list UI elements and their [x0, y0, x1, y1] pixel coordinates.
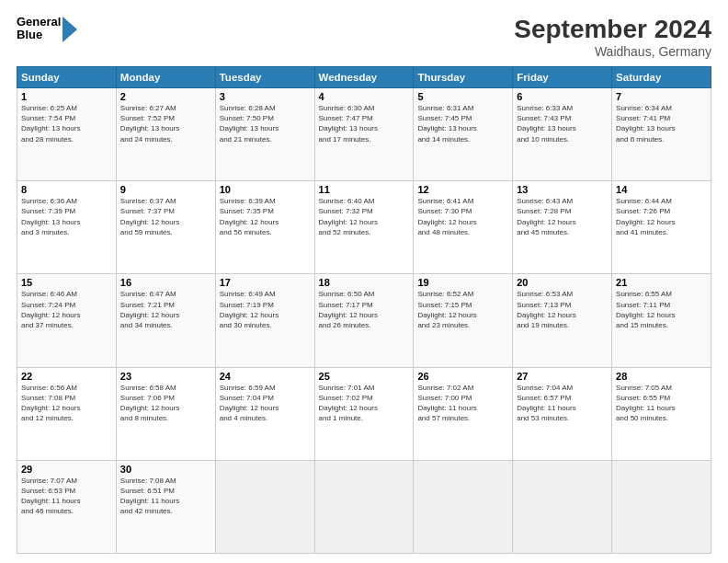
day-number: 11	[319, 184, 410, 195]
day-info: Sunrise: 7:01 AMSunset: 7:02 PMDaylight:…	[319, 383, 410, 424]
day-info: Sunrise: 6:43 AMSunset: 7:28 PMDaylight:…	[517, 196, 608, 237]
table-row: 20Sunrise: 6:53 AMSunset: 7:13 PMDayligh…	[513, 274, 612, 367]
calendar-header-row: Sunday Monday Tuesday Wednesday Thursday…	[17, 67, 711, 88]
table-row: 27Sunrise: 7:04 AMSunset: 6:57 PMDayligh…	[513, 367, 612, 460]
page-subtitle: Waidhaus, Germany	[514, 44, 711, 59]
day-info: Sunrise: 6:50 AMSunset: 7:17 PMDaylight:…	[319, 289, 410, 330]
table-row: 3Sunrise: 6:28 AMSunset: 7:50 PMDaylight…	[215, 88, 314, 181]
logo-line1: General	[17, 16, 61, 29]
day-number: 23	[120, 371, 211, 382]
table-row	[314, 460, 414, 553]
day-number: 14	[616, 184, 707, 195]
table-row: 14Sunrise: 6:44 AMSunset: 7:26 PMDayligh…	[612, 181, 711, 274]
day-number: 3	[220, 91, 311, 102]
table-row: 16Sunrise: 6:47 AMSunset: 7:21 PMDayligh…	[116, 274, 215, 367]
day-info: Sunrise: 7:08 AMSunset: 6:51 PMDaylight:…	[120, 476, 211, 517]
header: General Blue September 2024 Waidhaus, Ge…	[17, 15, 711, 59]
table-row: 30Sunrise: 7:08 AMSunset: 6:51 PMDayligh…	[116, 460, 215, 553]
table-row: 21Sunrise: 6:55 AMSunset: 7:11 PMDayligh…	[612, 274, 711, 367]
col-sunday: Sunday	[17, 67, 117, 88]
day-info: Sunrise: 7:04 AMSunset: 6:57 PMDaylight:…	[517, 383, 608, 424]
col-wednesday: Wednesday	[314, 67, 414, 88]
day-info: Sunrise: 6:41 AMSunset: 7:30 PMDaylight:…	[417, 196, 508, 237]
day-info: Sunrise: 6:52 AMSunset: 7:15 PMDaylight:…	[417, 289, 508, 330]
calendar-table: Sunday Monday Tuesday Wednesday Thursday…	[17, 66, 711, 554]
day-info: Sunrise: 6:56 AMSunset: 7:08 PMDaylight:…	[21, 383, 112, 424]
day-info: Sunrise: 7:07 AMSunset: 6:53 PMDaylight:…	[21, 476, 112, 517]
day-info: Sunrise: 6:59 AMSunset: 7:04 PMDaylight:…	[220, 383, 311, 424]
table-row: 19Sunrise: 6:52 AMSunset: 7:15 PMDayligh…	[414, 274, 513, 367]
day-info: Sunrise: 6:36 AMSunset: 7:39 PMDaylight:…	[21, 196, 112, 237]
day-number: 1	[21, 91, 112, 102]
day-info: Sunrise: 6:37 AMSunset: 7:37 PMDaylight:…	[120, 196, 211, 237]
logo: General Blue	[17, 15, 77, 42]
col-saturday: Saturday	[612, 67, 711, 88]
col-monday: Monday	[116, 67, 215, 88]
table-row: 24Sunrise: 6:59 AMSunset: 7:04 PMDayligh…	[215, 367, 314, 460]
calendar-week-row: 22Sunrise: 6:56 AMSunset: 7:08 PMDayligh…	[17, 367, 711, 460]
day-number: 22	[21, 371, 112, 382]
day-number: 20	[517, 277, 608, 288]
day-info: Sunrise: 7:02 AMSunset: 7:00 PMDaylight:…	[417, 383, 508, 424]
day-number: 15	[21, 277, 112, 288]
calendar-week-row: 29Sunrise: 7:07 AMSunset: 6:53 PMDayligh…	[17, 460, 711, 553]
logo-line2: Blue	[17, 29, 61, 41]
day-number: 24	[220, 371, 311, 382]
table-row: 9Sunrise: 6:37 AMSunset: 7:37 PMDaylight…	[116, 181, 215, 274]
table-row: 22Sunrise: 6:56 AMSunset: 7:08 PMDayligh…	[17, 367, 117, 460]
day-number: 7	[616, 91, 707, 102]
day-number: 21	[616, 277, 707, 288]
page-title: September 2024	[514, 15, 711, 44]
col-friday: Friday	[513, 67, 612, 88]
table-row: 29Sunrise: 7:07 AMSunset: 6:53 PMDayligh…	[17, 460, 117, 553]
day-number: 25	[319, 371, 410, 382]
table-row: 23Sunrise: 6:58 AMSunset: 7:06 PMDayligh…	[116, 367, 215, 460]
day-info: Sunrise: 7:05 AMSunset: 6:55 PMDaylight:…	[616, 383, 707, 424]
logo-text: General Blue	[17, 16, 61, 42]
table-row: 10Sunrise: 6:39 AMSunset: 7:35 PMDayligh…	[215, 181, 314, 274]
table-row: 8Sunrise: 6:36 AMSunset: 7:39 PMDaylight…	[17, 181, 117, 274]
table-row: 13Sunrise: 6:43 AMSunset: 7:28 PMDayligh…	[513, 181, 612, 274]
day-number: 18	[319, 277, 410, 288]
day-info: Sunrise: 6:44 AMSunset: 7:26 PMDaylight:…	[616, 196, 707, 237]
table-row: 28Sunrise: 7:05 AMSunset: 6:55 PMDayligh…	[612, 367, 711, 460]
col-tuesday: Tuesday	[215, 67, 314, 88]
col-thursday: Thursday	[414, 67, 513, 88]
day-info: Sunrise: 6:25 AMSunset: 7:54 PMDaylight:…	[21, 103, 112, 144]
table-row: 18Sunrise: 6:50 AMSunset: 7:17 PMDayligh…	[314, 274, 414, 367]
calendar-week-row: 8Sunrise: 6:36 AMSunset: 7:39 PMDaylight…	[17, 181, 711, 274]
day-number: 5	[417, 91, 508, 102]
calendar-week-row: 1Sunrise: 6:25 AMSunset: 7:54 PMDaylight…	[17, 88, 711, 181]
day-info: Sunrise: 6:31 AMSunset: 7:45 PMDaylight:…	[417, 103, 508, 144]
day-number: 13	[517, 184, 608, 195]
page: General Blue September 2024 Waidhaus, Ge…	[0, 0, 728, 563]
table-row	[513, 460, 612, 553]
day-info: Sunrise: 6:49 AMSunset: 7:19 PMDaylight:…	[220, 289, 311, 330]
day-number: 12	[417, 184, 508, 195]
day-info: Sunrise: 6:33 AMSunset: 7:43 PMDaylight:…	[517, 103, 608, 144]
day-info: Sunrise: 6:34 AMSunset: 7:41 PMDaylight:…	[616, 103, 707, 144]
table-row: 6Sunrise: 6:33 AMSunset: 7:43 PMDaylight…	[513, 88, 612, 181]
table-row: 25Sunrise: 7:01 AMSunset: 7:02 PMDayligh…	[314, 367, 414, 460]
table-row	[414, 460, 513, 553]
table-row	[612, 460, 711, 553]
table-row: 2Sunrise: 6:27 AMSunset: 7:52 PMDaylight…	[116, 88, 215, 181]
table-row: 7Sunrise: 6:34 AMSunset: 7:41 PMDaylight…	[612, 88, 711, 181]
table-row: 5Sunrise: 6:31 AMSunset: 7:45 PMDaylight…	[414, 88, 513, 181]
day-number: 26	[417, 371, 508, 382]
logo-arrow-icon	[63, 17, 77, 42]
day-info: Sunrise: 6:55 AMSunset: 7:11 PMDaylight:…	[616, 289, 707, 330]
day-number: 17	[220, 277, 311, 288]
day-info: Sunrise: 6:39 AMSunset: 7:35 PMDaylight:…	[220, 196, 311, 237]
table-row: 4Sunrise: 6:30 AMSunset: 7:47 PMDaylight…	[314, 88, 414, 181]
table-row: 12Sunrise: 6:41 AMSunset: 7:30 PMDayligh…	[414, 181, 513, 274]
table-row: 1Sunrise: 6:25 AMSunset: 7:54 PMDaylight…	[17, 88, 117, 181]
title-block: September 2024 Waidhaus, Germany	[514, 15, 711, 59]
day-number: 19	[417, 277, 508, 288]
calendar-week-row: 15Sunrise: 6:46 AMSunset: 7:24 PMDayligh…	[17, 274, 711, 367]
day-number: 2	[120, 91, 211, 102]
day-info: Sunrise: 6:58 AMSunset: 7:06 PMDaylight:…	[120, 383, 211, 424]
table-row: 11Sunrise: 6:40 AMSunset: 7:32 PMDayligh…	[314, 181, 414, 274]
day-number: 6	[517, 91, 608, 102]
day-number: 16	[120, 277, 211, 288]
